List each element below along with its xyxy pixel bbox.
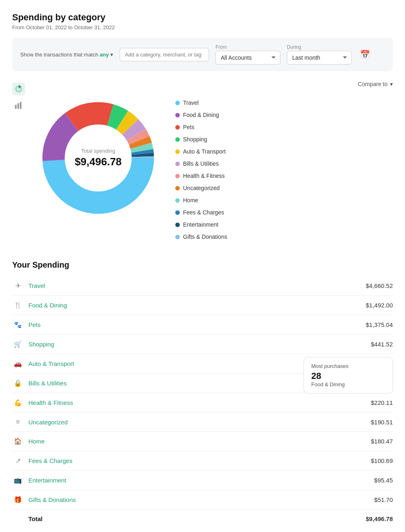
category-amount: $51.70 xyxy=(356,496,393,503)
most-purchases-category: Food & Dining xyxy=(311,381,385,387)
category-merchant-tag-input[interactable] xyxy=(120,48,209,61)
category-name[interactable]: Fees & Charges xyxy=(28,457,351,464)
table-row[interactable]: 🐾 Pets $1,375.04 xyxy=(12,315,393,335)
donut-center: Total spending $9,496.78 xyxy=(75,148,122,168)
legend-label: Travel xyxy=(183,99,198,106)
legend-label: Entertainment xyxy=(183,221,218,228)
during-select-wrap: During Last month This month Last 3 mont… xyxy=(287,44,352,65)
legend-dot xyxy=(175,223,180,227)
legend-dot xyxy=(175,125,180,130)
category-amount: $100.69 xyxy=(356,457,393,464)
legend-label: Home xyxy=(183,197,198,203)
legend-dot xyxy=(175,113,180,117)
category-amount: $441.52 xyxy=(356,341,393,348)
category-icon: 📺 xyxy=(12,476,24,484)
total-label: Total xyxy=(28,515,351,522)
category-name[interactable]: Travel xyxy=(28,282,351,289)
legend-item: Uncategorized xyxy=(175,185,393,191)
legend-label: Shopping xyxy=(183,136,207,143)
spending-section: Your Spending ✈ Travel $4,660.52 🍴 Food … xyxy=(12,260,393,528)
total-row: Total $9,496.78 xyxy=(12,510,393,528)
table-row[interactable]: 💪 Health & Fitness $220.11 xyxy=(12,393,393,413)
category-icon: 💪 xyxy=(12,399,24,407)
table-row[interactable]: 🍴 Food & Dining $1,492.00 xyxy=(12,296,393,315)
table-row[interactable]: ✈ Travel $4,660.52 xyxy=(12,276,393,296)
category-name[interactable]: Pets xyxy=(28,321,351,328)
category-icon: 🚗 xyxy=(12,360,24,368)
legend-item: Shopping xyxy=(175,136,393,143)
period-select[interactable]: Last month This month Last 3 months This… xyxy=(287,51,352,65)
category-name[interactable]: Health & Fitness xyxy=(28,399,351,406)
calendar-icon[interactable]: 📅 xyxy=(360,50,370,59)
category-icon: 🍴 xyxy=(12,301,24,309)
total-amount: $9,496.78 xyxy=(356,515,393,522)
category-icon: ≡ xyxy=(12,418,24,426)
accounts-select[interactable]: All Accounts Checking Savings Credit Car… xyxy=(215,51,280,65)
legend-label: Bills & Utilities xyxy=(183,160,219,167)
category-name[interactable]: Bills & Utilities xyxy=(28,380,351,387)
category-amount: $1,492.00 xyxy=(356,302,393,309)
main-layout: Total spending $9,496.78 Compare to ▾ Tr… xyxy=(12,81,393,528)
category-icon: 🎁 xyxy=(12,496,24,504)
category-name[interactable]: Auto & Transport xyxy=(28,360,351,367)
category-amount: $4,660.52 xyxy=(356,282,393,289)
table-row[interactable]: 🏠 Home $180.47 xyxy=(12,432,393,451)
from-label: From xyxy=(215,44,280,50)
legend-item: Home xyxy=(175,197,393,203)
svg-rect-2 xyxy=(20,102,22,109)
category-name[interactable]: Food & Dining xyxy=(28,302,351,309)
category-name[interactable]: Gifts & Donations xyxy=(28,496,351,503)
table-row[interactable]: 📺 Entertainment $95.45 xyxy=(12,471,393,490)
category-amount: $190.51 xyxy=(356,419,393,426)
category-icon: 🔒 xyxy=(12,379,24,387)
donut-total-label: Total spending xyxy=(75,148,122,154)
page-title: Spending by category xyxy=(12,12,393,23)
category-icon: 🛒 xyxy=(12,340,24,348)
category-name[interactable]: Entertainment xyxy=(28,477,351,484)
category-name[interactable]: Home xyxy=(28,438,351,445)
legend-label: Uncategorized xyxy=(183,185,220,191)
table-row[interactable]: ≡ Uncategorized $190.51 xyxy=(12,413,393,432)
category-amount: $1,375.04 xyxy=(356,321,393,328)
any-dropdown[interactable]: any xyxy=(100,52,109,58)
spending-section-title: Your Spending xyxy=(12,260,393,270)
category-name[interactable]: Shopping xyxy=(28,341,351,348)
donut-chart: Total spending $9,496.78 xyxy=(33,81,163,235)
legend-dot xyxy=(175,186,180,190)
from-select-wrap: From All Accounts Checking Savings Credi… xyxy=(215,44,280,65)
donut-chart-icon[interactable] xyxy=(12,82,25,95)
legend-dot xyxy=(175,162,180,166)
most-purchases-card: Most purchases 28 Food & Dining xyxy=(304,357,393,394)
table-row[interactable]: 🎁 Gifts & Donations $51.70 xyxy=(12,490,393,510)
legend-dot xyxy=(175,235,180,239)
legend-item: Fees & Charges xyxy=(175,209,393,216)
legend-items: Travel Food & Dining Pets Shopping Auto … xyxy=(175,99,393,240)
legend-label: Gifts & Donations xyxy=(183,234,227,240)
legend-dot xyxy=(175,174,180,178)
spending-list: ✈ Travel $4,660.52 🍴 Food & Dining $1,49… xyxy=(12,276,393,528)
table-row[interactable]: ↗ Fees & Charges $100.69 xyxy=(12,451,393,471)
chart-view-toggle xyxy=(12,82,25,112)
legend-dot xyxy=(175,149,180,154)
category-amount: $220.11 xyxy=(356,399,393,406)
table-row[interactable]: 🛒 Shopping $441.52 xyxy=(12,335,393,354)
most-purchases-title: Most purchases xyxy=(311,363,385,369)
compare-to-button[interactable]: Compare to ▾ xyxy=(358,81,393,87)
legend-dot xyxy=(175,210,180,215)
legend-dot xyxy=(175,101,180,105)
legend-item: Auto & Transport xyxy=(175,148,393,155)
category-icon: 🐾 xyxy=(12,321,24,329)
most-purchases-count: 28 xyxy=(311,371,385,381)
legend-label: Pets xyxy=(183,124,194,130)
chart-section: Total spending $9,496.78 Compare to ▾ Tr… xyxy=(12,81,393,246)
bar-chart-icon[interactable] xyxy=(12,99,25,112)
category-icon: ✈ xyxy=(12,282,24,290)
legend-item: Pets xyxy=(175,124,393,130)
chart-legend: Compare to ▾ Travel Food & Dining Pets S… xyxy=(163,81,393,246)
legend-label: Food & Dining xyxy=(183,112,219,118)
svg-rect-1 xyxy=(17,103,19,109)
category-name[interactable]: Uncategorized xyxy=(28,419,351,426)
category-icon: 🏠 xyxy=(12,437,24,445)
category-icon: ↗ xyxy=(12,457,24,465)
filter-match-text: Show the transactions that match any ▾ xyxy=(20,52,113,58)
